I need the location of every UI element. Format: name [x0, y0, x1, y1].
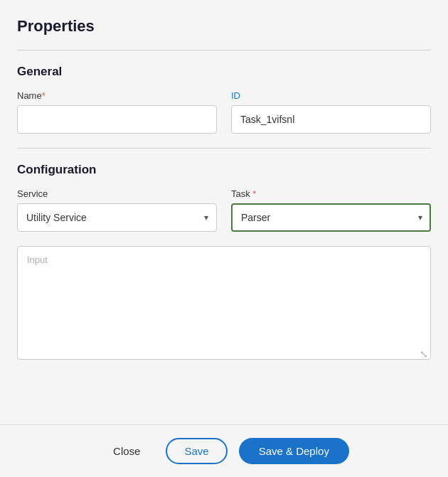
service-field-group: Service Utility Service Email Service HT…: [17, 188, 217, 232]
save-deploy-button[interactable]: Save & Deploy: [239, 438, 349, 464]
service-label: Service: [17, 188, 217, 199]
input-textarea[interactable]: [17, 246, 431, 360]
save-button[interactable]: Save: [166, 438, 227, 464]
service-select[interactable]: Utility Service Email Service HTTP Servi…: [17, 203, 217, 232]
configuration-section: Configuration Service Utility Service Em…: [17, 163, 431, 363]
input-textarea-wrapper: Input ⤡: [17, 246, 431, 363]
general-form-row: Name* ID: [17, 90, 431, 134]
config-form-row: Service Utility Service Email Service HT…: [17, 188, 431, 232]
config-divider: [17, 148, 431, 149]
task-field-group: Task * Parser Validator Formatter ▾: [231, 188, 431, 232]
general-divider: [17, 50, 431, 50]
task-select[interactable]: Parser Validator Formatter: [231, 203, 431, 232]
panel-content: Properties General Name* ID Configuratio…: [0, 0, 448, 424]
name-field-group: Name*: [17, 90, 217, 134]
properties-panel: Properties General Name* ID Configuratio…: [0, 0, 448, 477]
close-button[interactable]: Close: [99, 439, 154, 463]
id-input[interactable]: [231, 105, 431, 134]
general-section-title: General: [17, 65, 431, 79]
name-required-star: *: [42, 90, 46, 101]
name-label: Name*: [17, 90, 217, 101]
task-select-wrapper: Parser Validator Formatter ▾: [231, 203, 431, 232]
task-required-star: *: [252, 188, 256, 199]
panel-title: Properties: [17, 17, 431, 36]
id-field-group: ID: [231, 90, 431, 134]
name-input[interactable]: [17, 105, 217, 134]
task-label: Task *: [231, 188, 431, 199]
configuration-section-title: Configuration: [17, 163, 431, 177]
id-label: ID: [231, 90, 431, 101]
service-select-wrapper: Utility Service Email Service HTTP Servi…: [17, 203, 217, 232]
footer: Close Save Save & Deploy: [0, 424, 448, 477]
